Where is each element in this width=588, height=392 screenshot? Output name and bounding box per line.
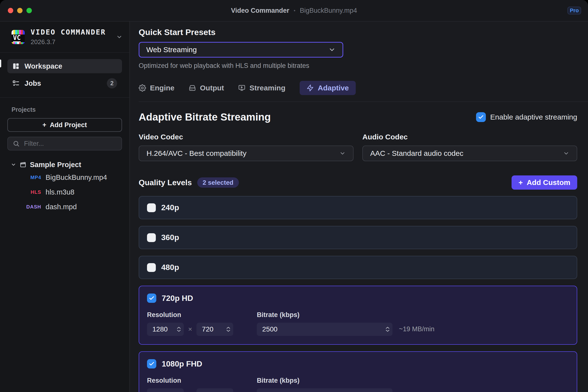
checkbox-checked-icon	[476, 112, 486, 122]
tree-file-dash[interactable]: DASH dash.mpd	[11, 200, 122, 214]
minimize-window-button[interactable]	[17, 8, 22, 13]
tab-label: Engine	[150, 84, 174, 92]
stepper-arrows-icon[interactable]	[177, 327, 181, 332]
app-logo-row[interactable]: VC VIDEO COMMANDER 2026.3.7	[0, 22, 129, 53]
tree-file-hls[interactable]: HLS hls.m3u8	[11, 185, 122, 200]
checkbox-unchecked-icon[interactable]	[147, 263, 156, 272]
add-custom-label: Add Custom	[527, 178, 570, 187]
height-input[interactable]	[196, 388, 233, 392]
jobs-count-badge: 2	[107, 78, 117, 88]
harddrive-icon	[189, 84, 196, 92]
bitrate-input[interactable]	[257, 323, 392, 336]
bitrate-label: Bitrate (kbps)	[257, 377, 392, 384]
app-name: VIDEO COMMANDER	[30, 28, 106, 36]
checkbox-checked-icon[interactable]	[147, 294, 156, 303]
search-icon	[13, 140, 20, 147]
audio-codec-select[interactable]: AAC - Standard audio codec	[362, 146, 577, 161]
sidebar-nav: Workspace Jobs 2	[0, 53, 129, 98]
checkbox-checked-icon[interactable]	[147, 359, 156, 368]
checkbox-unchecked-icon[interactable]	[147, 203, 156, 212]
width-input[interactable]	[147, 388, 184, 392]
zoom-window-button[interactable]	[26, 8, 32, 13]
title-separator-dot: •	[294, 8, 296, 14]
sidebar: VC VIDEO COMMANDER 2026.3.7 Workspa	[0, 22, 130, 392]
tabs-divider	[139, 102, 588, 102]
preset-select[interactable]: Web Streaming	[139, 42, 343, 58]
quality-label: 1080p FHD	[162, 360, 202, 368]
logo-monogram: VC	[13, 34, 20, 42]
stepper-arrows-icon[interactable]	[226, 327, 230, 332]
add-custom-button[interactable]: + Add Custom	[512, 176, 577, 190]
add-project-button[interactable]: + Add Project	[7, 118, 122, 132]
quality-label: 480p	[161, 263, 179, 272]
tab-label: Streaming	[250, 84, 286, 92]
checklist-icon	[12, 80, 20, 87]
quality-label: 360p	[161, 233, 179, 242]
quality-label: 240p	[161, 203, 179, 212]
plus-icon: +	[42, 121, 46, 129]
sidebar-item-label: Workspace	[24, 62, 62, 70]
quality-label: 720p HD	[162, 294, 193, 303]
quality-card-480p: 480p	[139, 256, 577, 279]
video-codec-select[interactable]: H.264/AVC - Best compatibility	[139, 146, 354, 161]
add-project-label: Add Project	[50, 121, 87, 129]
times-separator: ×	[188, 325, 192, 333]
dash-badge: DASH	[20, 204, 41, 210]
tab-output[interactable]: Output	[189, 81, 224, 95]
audio-codec-value: AAC - Standard audio codec	[370, 149, 463, 158]
quality-levels-list: 240p 360p 480p	[139, 196, 577, 392]
quality-card-360p: 360p	[139, 226, 577, 249]
height-stepper[interactable]	[196, 323, 233, 336]
tab-adaptive[interactable]: Adaptive	[300, 81, 356, 95]
quality-card-1080p: 1080p FHD Resolution	[139, 351, 577, 392]
mp4-badge: MP4	[20, 175, 41, 180]
tree-file-bigbuckbunny[interactable]: MP4 BigBuckBunny.mp4	[11, 170, 122, 185]
window-title-app: Video Commander	[231, 7, 289, 14]
active-nav-indicator	[0, 60, 1, 68]
file-name: dash.mpd	[46, 203, 77, 211]
tab-engine[interactable]: Engine	[139, 81, 174, 95]
resolution-label: Resolution	[147, 311, 233, 319]
bitrate-label: Bitrate (kbps)	[257, 311, 392, 319]
tab-label: Adaptive	[318, 84, 349, 92]
video-codec-label: Video Codec	[139, 133, 354, 141]
app-logo-icon: VC	[12, 30, 25, 44]
projects-section-label: Projects	[12, 106, 122, 113]
tree-root-label: Sample Project	[30, 161, 81, 169]
project-tree: Sample Project MP4 BigBuckBunny.mp4 HLS …	[0, 153, 129, 214]
enable-adaptive-checkbox[interactable]: Enable adaptive streaming	[476, 112, 577, 122]
width-stepper[interactable]	[147, 323, 184, 336]
quality-card-240p: 240p	[139, 196, 577, 219]
chevron-down-icon	[563, 150, 570, 156]
bitrate-stepper[interactable]	[257, 323, 392, 336]
chevron-down-icon	[11, 162, 16, 167]
sidebar-item-workspace[interactable]: Workspace	[7, 59, 122, 73]
bitrate-stepper[interactable]	[257, 388, 392, 392]
file-name: BigBuckBunny.mp4	[46, 174, 107, 182]
audio-codec-label: Audio Codec	[362, 133, 577, 141]
filter-input[interactable]	[7, 137, 122, 150]
checkbox-unchecked-icon[interactable]	[147, 233, 156, 242]
bitrate-input[interactable]	[257, 388, 392, 392]
width-stepper[interactable]	[147, 388, 184, 392]
main-content: Quick Start Presets Web Streaming Optimi…	[130, 22, 588, 392]
clapperboard-icon	[20, 161, 26, 168]
resolution-label: Resolution	[147, 377, 233, 384]
sidebar-item-jobs[interactable]: Jobs 2	[7, 76, 122, 90]
projects-section: Projects + Add Project	[0, 98, 129, 153]
settings-tabs: Engine Output Streaming	[139, 81, 577, 95]
close-window-button[interactable]	[8, 8, 13, 13]
tab-streaming[interactable]: Streaming	[238, 81, 286, 95]
tree-root-sample-project[interactable]: Sample Project	[11, 159, 122, 170]
stepper-arrows-icon[interactable]	[386, 327, 390, 332]
window-controls	[8, 8, 32, 13]
adaptive-section-heading: Adaptive Bitrate Streaming	[139, 111, 271, 123]
layout-icon	[12, 62, 20, 70]
chevron-down-icon	[116, 34, 122, 40]
sidebar-item-label: Jobs	[24, 80, 41, 88]
height-stepper[interactable]	[196, 388, 233, 392]
tab-label: Output	[200, 84, 224, 92]
zap-icon	[306, 84, 314, 92]
size-estimate: ~38 MB/min	[399, 391, 434, 392]
size-estimate: ~19 MB/min	[399, 325, 434, 336]
